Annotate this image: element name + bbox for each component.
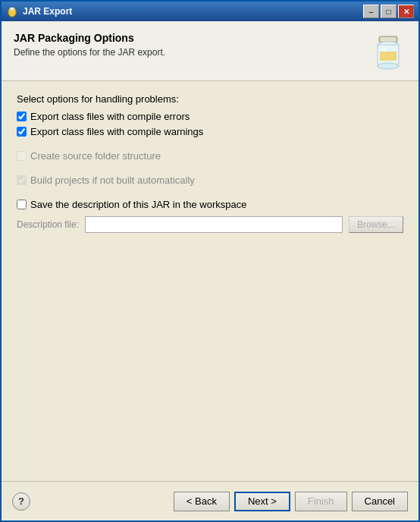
title-bar: JAR Export – □ ✕ bbox=[2, 2, 418, 21]
title-bar-buttons: – □ ✕ bbox=[363, 5, 414, 18]
back-button[interactable]: < Back bbox=[174, 492, 230, 511]
separator-3 bbox=[17, 190, 403, 199]
help-button[interactable]: ? bbox=[12, 492, 30, 511]
checkbox-export-errors: Export class files with compile errors bbox=[17, 111, 403, 122]
checkbox-errors-label[interactable]: Export class files with compile errors bbox=[30, 111, 190, 122]
maximize-button[interactable]: □ bbox=[381, 5, 396, 18]
svg-rect-4 bbox=[381, 37, 396, 42]
svg-rect-9 bbox=[380, 52, 396, 61]
header-text: JAR Packaging Options Define the options… bbox=[14, 32, 370, 58]
separator-1 bbox=[17, 141, 403, 150]
checkbox-save-description: Save the description of this JAR in the … bbox=[17, 199, 403, 210]
problems-label: Select options for handling problems: bbox=[17, 93, 403, 105]
main-section: Select options for handling problems: Ex… bbox=[2, 81, 418, 481]
checkbox-build-projects: Build projects if not built automaticall… bbox=[17, 175, 403, 186]
checkbox-warnings-input[interactable] bbox=[17, 127, 27, 137]
description-row: Description file: Browse... bbox=[17, 216, 403, 233]
svg-point-2 bbox=[10, 8, 14, 11]
checkbox-warnings-label[interactable]: Export class files with compile warnings bbox=[30, 126, 203, 137]
checkbox-export-warnings: Export class files with compile warnings bbox=[17, 126, 403, 137]
checkbox-build-input[interactable] bbox=[17, 175, 27, 185]
cancel-button[interactable]: Cancel bbox=[352, 492, 408, 511]
description-label: Description file: bbox=[17, 219, 79, 230]
checkbox-source-input[interactable] bbox=[17, 151, 27, 161]
close-button[interactable]: ✕ bbox=[398, 5, 414, 18]
checkbox-source-label: Create source folder structure bbox=[30, 150, 161, 162]
header-section: JAR Packaging Options Define the options… bbox=[2, 21, 418, 81]
checkbox-source-folder: Create source folder structure bbox=[17, 150, 403, 162]
checkbox-build-label: Build projects if not built automaticall… bbox=[30, 175, 195, 186]
header-title: JAR Packaging Options bbox=[14, 32, 370, 44]
footer: ? < Back Next > Finish Cancel bbox=[2, 481, 418, 520]
window-title: JAR Export bbox=[23, 6, 363, 17]
footer-buttons: < Back Next > Finish Cancel bbox=[174, 492, 408, 511]
checkbox-errors-input[interactable] bbox=[17, 112, 27, 121]
checkbox-save-input[interactable] bbox=[17, 200, 27, 209]
separator-2 bbox=[17, 165, 403, 175]
svg-point-7 bbox=[378, 63, 399, 69]
window-icon bbox=[6, 5, 18, 17]
browse-button[interactable]: Browse... bbox=[349, 216, 403, 233]
jar-icon bbox=[370, 32, 406, 71]
header-subtitle: Define the options for the JAR export. bbox=[14, 47, 370, 58]
checkbox-save-label[interactable]: Save the description of this JAR in the … bbox=[30, 199, 246, 210]
minimize-button[interactable]: – bbox=[363, 5, 379, 18]
next-button[interactable]: Next > bbox=[234, 492, 290, 511]
content-area: JAR Packaging Options Define the options… bbox=[2, 21, 418, 520]
finish-button[interactable]: Finish bbox=[295, 492, 347, 511]
description-input[interactable] bbox=[85, 216, 343, 233]
window: JAR Export – □ ✕ JAR Packaging Options D… bbox=[0, 0, 420, 522]
